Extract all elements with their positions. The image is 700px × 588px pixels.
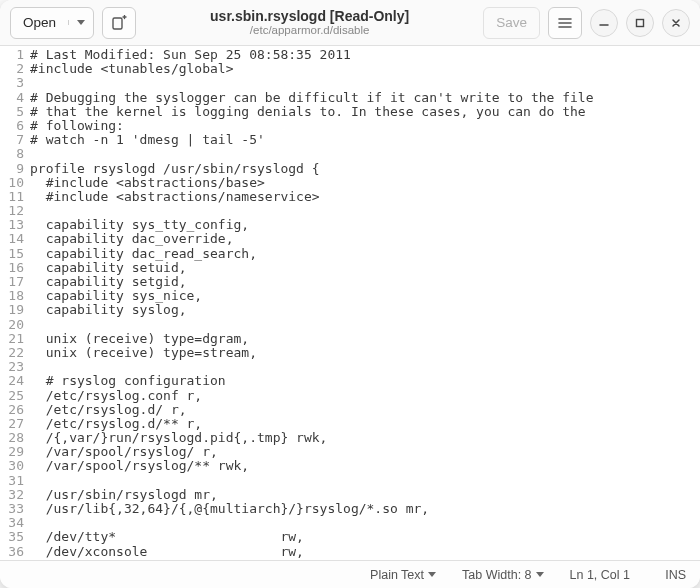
line-number: 17 [0, 275, 24, 289]
hamburger-menu-button[interactable] [548, 7, 582, 39]
line-number: 28 [0, 431, 24, 445]
cursor-position[interactable]: Ln 1, Col 1 [570, 568, 630, 582]
line-number: 36 [0, 545, 24, 559]
code-content[interactable]: # Last Modified: Sun Sep 25 08:58:35 201… [28, 48, 700, 560]
code-line[interactable]: /etc/rsyslog.conf r, [30, 389, 700, 403]
line-number: 11 [0, 190, 24, 204]
code-line[interactable]: # Debugging the syslogger can be difficu… [30, 91, 700, 105]
close-icon [671, 18, 681, 28]
code-line[interactable]: unix (receive) type=stream, [30, 346, 700, 360]
line-number: 35 [0, 530, 24, 544]
open-button[interactable]: Open [10, 7, 94, 39]
code-line[interactable]: # Last Modified: Sun Sep 25 08:58:35 201… [30, 48, 700, 62]
window-subtitle: /etc/apparmor.d/disable [144, 24, 475, 37]
insert-mode-indicator[interactable]: INS [656, 568, 686, 582]
code-line[interactable]: #include <tunables/global> [30, 62, 700, 76]
syntax-selector[interactable]: Plain Text [370, 568, 436, 582]
mode-label: INS [665, 568, 686, 582]
code-line[interactable]: # that the kernel is logging denials to.… [30, 105, 700, 119]
svg-rect-1 [637, 19, 644, 26]
status-bar: Plain Text Tab Width: 8 Ln 1, Col 1 INS [0, 560, 700, 588]
line-number: 15 [0, 247, 24, 261]
code-line[interactable]: # rsyslog configuration [30, 374, 700, 388]
line-number: 22 [0, 346, 24, 360]
code-line[interactable] [30, 76, 700, 90]
new-tab-button[interactable] [102, 7, 136, 39]
line-number: 21 [0, 332, 24, 346]
code-line[interactable]: # watch -n 1 'dmesg | tail -5' [30, 133, 700, 147]
code-line[interactable]: profile rsyslogd /usr/sbin/rsyslogd { [30, 162, 700, 176]
line-number: 27 [0, 417, 24, 431]
line-number-gutter: 1234567891011121314151617181920212223242… [0, 48, 28, 560]
line-number: 12 [0, 204, 24, 218]
line-number: 13 [0, 218, 24, 232]
code-line[interactable] [30, 318, 700, 332]
svg-rect-0 [113, 18, 122, 29]
line-number: 19 [0, 303, 24, 317]
code-line[interactable]: # following: [30, 119, 700, 133]
open-button-label: Open [11, 15, 68, 30]
maximize-icon [635, 18, 645, 28]
code-line[interactable]: capability setuid, [30, 261, 700, 275]
maximize-button[interactable] [626, 9, 654, 37]
minimize-icon [599, 18, 609, 28]
line-number: 20 [0, 318, 24, 332]
line-number: 7 [0, 133, 24, 147]
line-number: 18 [0, 289, 24, 303]
code-line[interactable]: #include <abstractions/nameservice> [30, 190, 700, 204]
code-line[interactable] [30, 147, 700, 161]
new-tab-icon [111, 15, 127, 31]
code-line[interactable]: /usr/lib{,32,64}/{,@{multiarch}/}rsyslog… [30, 502, 700, 516]
code-line[interactable]: capability setgid, [30, 275, 700, 289]
line-number: 25 [0, 389, 24, 403]
line-number: 4 [0, 91, 24, 105]
save-button[interactable]: Save [483, 7, 540, 39]
code-line[interactable] [30, 360, 700, 374]
hamburger-icon [558, 16, 572, 30]
syntax-label: Plain Text [370, 568, 424, 582]
code-line[interactable] [30, 204, 700, 218]
code-line[interactable]: #include <abstractions/base> [30, 176, 700, 190]
minimize-button[interactable] [590, 9, 618, 37]
code-line[interactable]: /dev/xconsole rw, [30, 545, 700, 559]
line-number: 16 [0, 261, 24, 275]
code-line[interactable] [30, 516, 700, 530]
chevron-down-icon [536, 572, 544, 577]
line-number: 26 [0, 403, 24, 417]
line-number: 14 [0, 232, 24, 246]
tabwidth-selector[interactable]: Tab Width: 8 [462, 568, 543, 582]
code-line[interactable]: capability sys_nice, [30, 289, 700, 303]
cursor-label: Ln 1, Col 1 [570, 568, 630, 582]
editor-area[interactable]: 1234567891011121314151617181920212223242… [0, 46, 700, 560]
code-line[interactable]: capability syslog, [30, 303, 700, 317]
line-number: 2 [0, 62, 24, 76]
line-number: 6 [0, 119, 24, 133]
line-number: 10 [0, 176, 24, 190]
code-line[interactable]: /etc/rsyslog.d/ r, [30, 403, 700, 417]
code-line[interactable]: /usr/sbin/rsyslogd mr, [30, 488, 700, 502]
close-button[interactable] [662, 9, 690, 37]
line-number: 9 [0, 162, 24, 176]
line-number: 8 [0, 147, 24, 161]
code-line[interactable]: capability dac_read_search, [30, 247, 700, 261]
line-number: 30 [0, 459, 24, 473]
open-button-menu[interactable] [68, 20, 93, 25]
line-number: 31 [0, 474, 24, 488]
code-line[interactable]: unix (receive) type=dgram, [30, 332, 700, 346]
code-line[interactable]: /etc/rsyslog.d/** r, [30, 417, 700, 431]
chevron-down-icon [428, 572, 436, 577]
code-line[interactable]: /var/spool/rsyslog/ r, [30, 445, 700, 459]
code-line[interactable]: /{,var/}run/rsyslogd.pid{,.tmp} rwk, [30, 431, 700, 445]
line-number: 3 [0, 76, 24, 90]
window-title: usr.sbin.rsyslogd [Read-Only] [144, 8, 475, 24]
code-line[interactable]: capability dac_override, [30, 232, 700, 246]
line-number: 1 [0, 48, 24, 62]
code-line[interactable]: /dev/tty* rw, [30, 530, 700, 544]
code-line[interactable] [30, 474, 700, 488]
header-bar: Open usr.sbin.rsyslogd [Read-Only] /etc/… [0, 0, 700, 46]
line-number: 32 [0, 488, 24, 502]
title-area: usr.sbin.rsyslogd [Read-Only] /etc/appar… [144, 8, 475, 37]
code-line[interactable]: /var/spool/rsyslog/** rwk, [30, 459, 700, 473]
code-line[interactable]: capability sys_tty_config, [30, 218, 700, 232]
line-number: 29 [0, 445, 24, 459]
